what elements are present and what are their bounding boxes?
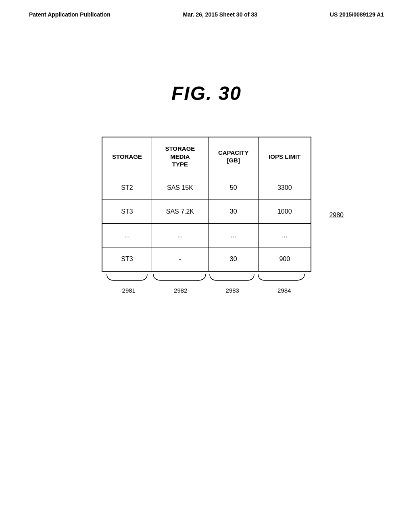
header-publication-label: Patent Application Publication [29, 11, 111, 18]
col-header-iops: IOPS LIMIT [259, 137, 311, 176]
table-row: ST2 SAS 15K 50 3300 [102, 176, 311, 200]
cell-media-3: - [152, 247, 208, 271]
col-header-media-type: STORAGEMEDIA TYPE [152, 137, 208, 176]
cell-storage-1: ST3 [102, 200, 152, 223]
brackets-svg [103, 272, 310, 285]
cell-capacity-0: 50 [208, 176, 259, 200]
ref-label-table: 2980 [329, 212, 344, 219]
ref-numbers-row: 2981 2982 2983 2984 [103, 287, 310, 294]
header-patent-number: US 2015/0089129 A1 [330, 11, 384, 18]
cell-media-1: SAS 7.2K [152, 200, 208, 223]
cell-capacity-2: ... [208, 223, 259, 247]
page-header: Patent Application Publication Mar. 26, … [0, 0, 413, 18]
cell-media-0: SAS 15K [152, 176, 208, 200]
cell-storage-2: ... [102, 223, 152, 247]
header-date-sheet: Mar. 26, 2015 Sheet 30 of 33 [183, 11, 257, 18]
cell-capacity-1: 30 [208, 200, 259, 223]
cell-iops-0: 3300 [259, 176, 311, 200]
table-section: STORAGE STORAGEMEDIA TYPE CAPACITY[GB] I… [0, 137, 413, 294]
cell-storage-0: ST2 [102, 176, 152, 200]
brackets-container: 2981 2982 2983 2984 [103, 272, 310, 294]
page: Patent Application Publication Mar. 26, … [0, 0, 413, 532]
cell-iops-1: 1000 [259, 200, 311, 223]
figure-title: FIG. 30 [0, 82, 413, 104]
table-row: ST3 - 30 900 [102, 247, 311, 271]
col-header-capacity: CAPACITY[GB] [208, 137, 259, 176]
table-wrapper: STORAGE STORAGEMEDIA TYPE CAPACITY[GB] I… [102, 137, 311, 294]
cell-capacity-3: 30 [208, 247, 259, 271]
data-table: STORAGE STORAGEMEDIA TYPE CAPACITY[GB] I… [102, 137, 311, 272]
ref-num-col4: 2984 [277, 287, 291, 294]
table-row: ... ... ... ... [102, 223, 311, 247]
cell-media-2: ... [152, 223, 208, 247]
table-row: ST3 SAS 7.2K 30 1000 [102, 200, 311, 223]
cell-iops-3: 900 [259, 247, 311, 271]
table-header-row: STORAGE STORAGEMEDIA TYPE CAPACITY[GB] I… [102, 137, 311, 176]
cell-storage-3: ST3 [102, 247, 152, 271]
ref-num-col2: 2982 [174, 287, 187, 294]
cell-iops-2: ... [259, 223, 311, 247]
ref-num-col1: 2981 [122, 287, 136, 294]
ref-num-col3: 2983 [226, 287, 239, 294]
bottom-ref-section: 2981 2982 2983 2984 [102, 272, 311, 294]
col-header-storage: STORAGE [102, 137, 152, 176]
